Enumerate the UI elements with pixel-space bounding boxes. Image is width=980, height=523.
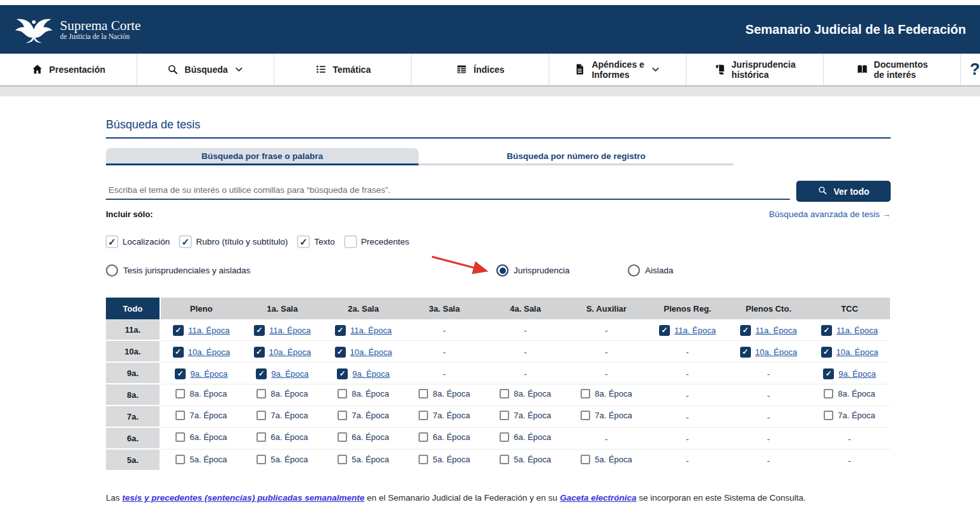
epoca-checkbox-checked[interactable]: ✓: [823, 368, 834, 379]
table-header-2a-sala[interactable]: 2a. Sala: [323, 298, 404, 319]
table-header-plenos-cto[interactable]: Plenos Cto.: [728, 298, 809, 319]
table-header-1a-sala[interactable]: 1a. Sala: [242, 298, 323, 319]
row-label[interactable]: 11a.: [106, 319, 161, 341]
advanced-search-link[interactable]: Búsqueda avanzada de tesis →: [769, 209, 891, 219]
footer-link[interactable]: Gaceta electrónica: [560, 493, 636, 503]
radio-selected[interactable]: [496, 264, 509, 277]
epoca-checkbox-unchecked[interactable]: [419, 411, 428, 420]
nav-item-help[interactable]: ?: [961, 54, 980, 85]
epoca-link[interactable]: 11a. Época: [755, 326, 797, 335]
epoca-checkbox-unchecked[interactable]: [581, 389, 590, 398]
tab-busqueda-por-numero-de-registro[interactable]: Búsqueda por número de registro: [419, 148, 734, 165]
epoca-checkbox-checked[interactable]: ✓: [173, 325, 184, 336]
row-label[interactable]: 6a.: [106, 428, 161, 450]
search-input[interactable]: [106, 181, 790, 200]
epoca-checkbox-unchecked[interactable]: [824, 389, 833, 398]
table-header-4a-sala[interactable]: 4a. Sala: [485, 298, 566, 319]
checkbox-checked[interactable]: ✓: [106, 236, 118, 248]
epoca-link[interactable]: 9a. Época: [271, 369, 309, 379]
epoca-checkbox-unchecked[interactable]: [500, 411, 509, 420]
table-header-pleno[interactable]: Pleno: [161, 298, 242, 319]
nav-item-busqueda[interactable]: Búsqueda: [137, 54, 274, 85]
epoca-checkbox-unchecked[interactable]: [500, 389, 509, 398]
checkbox-unchecked[interactable]: [345, 236, 357, 248]
filter-checkbox-rubro-titulo-y-subtitulo[interactable]: ✓ Rubro (título y subtítulo): [179, 236, 288, 248]
epoca-checkbox-checked[interactable]: ✓: [335, 325, 346, 336]
epoca-checkbox-unchecked[interactable]: [338, 455, 347, 464]
epoca-checkbox-checked[interactable]: ✓: [740, 347, 751, 358]
epoca-checkbox-unchecked[interactable]: [175, 389, 185, 398]
epoca-checkbox-checked[interactable]: ✓: [740, 325, 751, 336]
epoca-link[interactable]: 10a. Época: [188, 347, 230, 357]
epoca-checkbox-checked[interactable]: ✓: [254, 347, 265, 358]
epoca-link[interactable]: 10a. Época: [836, 347, 879, 357]
epoca-checkbox-unchecked[interactable]: [256, 411, 266, 420]
epoca-checkbox-checked[interactable]: ✓: [254, 325, 265, 336]
epoca-checkbox-unchecked[interactable]: [824, 411, 833, 420]
filter-checkbox-localizacion[interactable]: ✓ Localización: [106, 236, 170, 248]
filter-checkbox-texto[interactable]: ✓ Texto: [297, 236, 334, 248]
epoca-link[interactable]: 11a. Época: [674, 326, 716, 335]
table-header-plenos-reg[interactable]: Plenos Reg.: [647, 298, 728, 319]
epoca-checkbox-unchecked[interactable]: [175, 432, 185, 442]
filter-radio-tesis-jurisprudenciales-y-aisladas[interactable]: Tesis jurisprudenciales y aisladas: [106, 264, 251, 277]
checkbox-checked[interactable]: ✓: [179, 236, 191, 248]
epoca-checkbox-checked[interactable]: ✓: [337, 368, 348, 379]
radio-unselected[interactable]: [106, 264, 118, 277]
epoca-link[interactable]: 11a. Época: [269, 326, 311, 335]
epoca-checkbox-unchecked[interactable]: [175, 455, 185, 464]
epoca-checkbox-unchecked[interactable]: [338, 389, 347, 398]
epoca-checkbox-unchecked[interactable]: [338, 432, 347, 442]
epoca-link[interactable]: 10a. Época: [269, 347, 311, 357]
nav-item-presentacion[interactable]: Presentación: [0, 54, 137, 85]
nav-item-indices[interactable]: Índices: [412, 54, 549, 85]
epoca-link[interactable]: 10a. Época: [755, 347, 798, 357]
epoca-link[interactable]: 11a. Época: [188, 326, 230, 335]
epoca-link[interactable]: 11a. Época: [350, 326, 392, 335]
epoca-checkbox-checked[interactable]: ✓: [821, 325, 832, 336]
row-label[interactable]: 5a.: [106, 450, 161, 471]
filter-checkbox-precedentes[interactable]: Precedentes: [345, 236, 410, 248]
table-header-3a-sala[interactable]: 3a. Sala: [404, 298, 485, 319]
scjn-logo[interactable]: Suprema Corte de Justicia de la Nación: [14, 15, 141, 44]
epoca-link[interactable]: 9a. Época: [190, 369, 228, 379]
row-label[interactable]: 9a.: [106, 363, 161, 384]
tab-busqueda-por-frase-o-palabra[interactable]: Búsqueda por frase o palabra: [106, 148, 419, 165]
nav-item-documentos-de-interes[interactable]: Documentos de interés: [824, 54, 961, 85]
ver-todo-button[interactable]: Ver todo: [796, 181, 891, 202]
epoca-link[interactable]: 9a. Época: [352, 369, 390, 379]
nav-item-jurisprudencia-historica[interactable]: Jurisprudencia histórica: [687, 54, 824, 85]
nav-item-apendices-e-informes[interactable]: Apéndices e Informes: [549, 54, 687, 85]
epoca-checkbox-checked[interactable]: ✓: [256, 368, 267, 379]
nav-item-tematica[interactable]: Temática: [274, 54, 412, 85]
filter-radio-jurisprudencia[interactable]: Jurisprudencia: [496, 264, 570, 277]
epoca-checkbox-unchecked[interactable]: [581, 411, 590, 420]
epoca-checkbox-unchecked[interactable]: [500, 455, 509, 464]
epoca-link[interactable]: 10a. Época: [350, 347, 392, 357]
row-label[interactable]: 8a.: [106, 384, 161, 406]
epoca-checkbox-checked[interactable]: ✓: [821, 347, 832, 358]
epoca-checkbox-unchecked[interactable]: [581, 455, 590, 464]
epoca-checkbox-unchecked[interactable]: [500, 432, 509, 442]
row-label[interactable]: 7a.: [106, 406, 161, 428]
epoca-checkbox-unchecked[interactable]: [419, 432, 428, 442]
table-header-tcc[interactable]: TCC: [809, 298, 890, 319]
epoca-checkbox-unchecked[interactable]: [256, 432, 266, 442]
epoca-checkbox-checked[interactable]: ✓: [659, 325, 670, 336]
epoca-checkbox-checked[interactable]: ✓: [175, 368, 186, 379]
epoca-checkbox-unchecked[interactable]: [256, 455, 266, 464]
table-header-todo[interactable]: Todo: [106, 298, 161, 319]
radio-unselected[interactable]: [628, 264, 640, 277]
filter-radio-aislada[interactable]: Aislada: [628, 264, 673, 277]
epoca-link[interactable]: 9a. Época: [838, 369, 876, 379]
table-header-s-auxiliar[interactable]: S. Auxiliar: [566, 298, 647, 319]
epoca-checkbox-unchecked[interactable]: [175, 411, 185, 420]
epoca-checkbox-unchecked[interactable]: [256, 389, 266, 398]
checkbox-checked[interactable]: ✓: [297, 236, 309, 248]
epoca-checkbox-unchecked[interactable]: [419, 389, 428, 398]
row-label[interactable]: 10a.: [106, 341, 161, 363]
epoca-checkbox-unchecked[interactable]: [419, 455, 428, 464]
footer-link[interactable]: tesis y precedentes (sentencias) publica…: [122, 493, 365, 503]
epoca-checkbox-checked[interactable]: ✓: [173, 347, 184, 358]
epoca-link[interactable]: 11a. Época: [836, 326, 878, 335]
